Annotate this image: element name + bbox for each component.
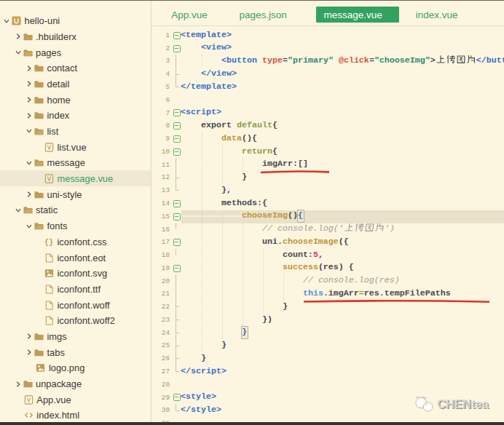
svg-text:{}: {}: [44, 238, 53, 247]
